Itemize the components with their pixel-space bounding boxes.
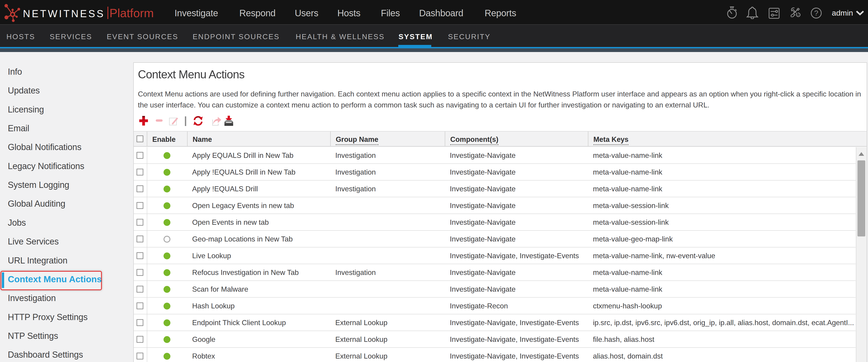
- svg-text:?: ?: [814, 9, 818, 17]
